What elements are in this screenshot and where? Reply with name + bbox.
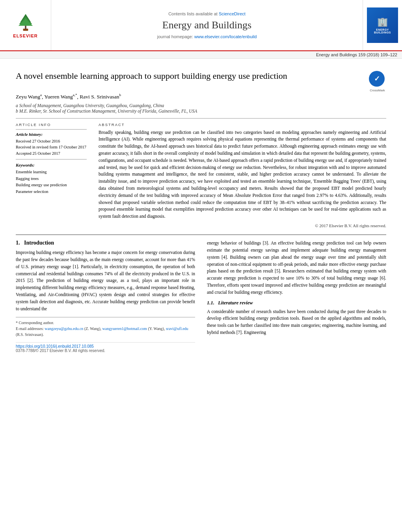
journal-logo: ENERGY BUILDINGS <box>363 0 402 50</box>
issn-line: 0378-7788/© 2017 Elsevier B.V. All right… <box>16 348 195 353</box>
article-history-content: Received 27 October 2016 Received in rev… <box>16 138 87 157</box>
article-info-label: ARTICLE INFO <box>16 122 87 127</box>
sciencedirect-link[interactable]: ScienceDirect <box>219 11 246 16</box>
email1-link[interactable]: wangzeyu@gzhu.edu.cn <box>45 326 83 331</box>
main-content: A novel ensemble learning approach to su… <box>0 59 402 361</box>
section1-number: 1. <box>16 240 20 246</box>
email2-name: (Y. Wang), <box>148 326 165 331</box>
email-addresses-line: E-mail addresses: wangzeyu@gzhu.edu.cn (… <box>16 326 195 337</box>
section1-title: Introduction <box>24 240 54 246</box>
subsection1-text: A considerable number of research studie… <box>207 308 386 336</box>
divider2 <box>16 159 87 159</box>
svg-text:✓: ✓ <box>374 75 380 83</box>
keywords-content: Ensemble learning Bagging trees Building… <box>16 169 87 195</box>
accepted-date: Accepted 25 October 2017 <box>16 150 87 157</box>
crossmark-badge[interactable]: ✓ CrossMark <box>368 70 386 88</box>
email-prefix: E-mail addresses: <box>16 326 45 331</box>
subsection1-title: Literature review <box>218 300 253 306</box>
journal-title: Energy and Buildings <box>162 19 251 31</box>
article-title: A novel ensemble learning approach to su… <box>16 70 363 82</box>
body-section: 1. Introduction Improving building energ… <box>16 234 386 353</box>
keyword1: Ensemble learning <box>16 169 87 176</box>
keyword3: Building energy use prediction <box>16 182 87 189</box>
elsevier-wordmark: ELSEVIER <box>13 33 37 38</box>
crossmark-icon: ✓ <box>368 70 385 87</box>
authors-line: Zeyu Wanga, Yueren Wanga,*, Ravi S. Srin… <box>16 93 386 100</box>
author3-name: Ravi S. Srinivasan <box>80 94 119 100</box>
corresponding-author-note: * Corresponding author. <box>16 320 195 326</box>
body-right-col: energy behavior of buildings [3]. An eff… <box>207 240 386 353</box>
citation-text: Energy and Buildings 159 (2018) 109–122 <box>316 52 397 57</box>
revised-date: Received in revised form 17 October 2017 <box>16 144 87 150</box>
divider1 <box>16 129 87 130</box>
elsevier-tree-icon <box>12 12 39 32</box>
section1-text-right: energy behavior of buildings [3]. An eff… <box>207 240 386 296</box>
sciencedirect-line: Contents lists available at ScienceDirec… <box>168 11 246 16</box>
affil-a: a School of Management, Guangzhou Univer… <box>16 103 386 108</box>
abstract-text: Broadly speaking, building energy use pr… <box>99 129 386 221</box>
doi-line: https://doi.org/10.1016/j.enbuild.2017.1… <box>16 344 195 348</box>
footnote-section: * Corresponding author. E-mail addresses… <box>16 317 195 337</box>
subsection1-number: 1.1. <box>207 300 214 306</box>
journal-logo-box: ENERGY BUILDINGS <box>367 7 398 43</box>
article-history-title: Article history: <box>16 132 87 137</box>
abstract-label: ABSTRACT <box>99 122 386 127</box>
page-footer: https://doi.org/10.1016/j.enbuild.2017.1… <box>16 342 195 353</box>
title-section: A novel ensemble learning approach to su… <box>16 70 386 88</box>
elsevier-logo-area: ELSEVIER <box>0 0 51 50</box>
body-two-col: 1. Introduction Improving building energ… <box>16 240 386 353</box>
affiliations: a School of Management, Guangzhou Univer… <box>16 103 386 113</box>
section1-text: Improving building energy efficiency has… <box>16 249 195 312</box>
author1-name: Zeyu Wang <box>16 94 40 100</box>
page: ELSEVIER Contents lists available at Sci… <box>0 0 402 532</box>
article-info-column: ARTICLE INFO Article history: Received 2… <box>16 122 87 228</box>
subsection1-heading: 1.1. Literature review <box>207 300 386 306</box>
crossmark-label: CrossMark <box>368 89 386 92</box>
email3-name: (R.S. Srinivasan). <box>16 332 44 337</box>
body-left-col: 1. Introduction Improving building energ… <box>16 240 195 353</box>
keyword4: Parameter selection <box>16 189 87 195</box>
homepage-url[interactable]: www.elsevier.com/locate/enbuild <box>194 34 257 39</box>
email1-name: (Z. Wang), <box>84 326 101 331</box>
doi-link[interactable]: https://doi.org/10.1016/j.enbuild.2017.1… <box>16 344 94 348</box>
author2-sup: a,* <box>73 93 77 97</box>
keywords-title: Keywords: <box>16 163 87 167</box>
email3-link[interactable]: sravi@ufl.edu <box>166 326 188 331</box>
journal-header-center: Contents lists available at ScienceDirec… <box>51 0 363 50</box>
affil-b: b M.E. Rinker, Sr. School of Constructio… <box>16 109 386 113</box>
keyword2: Bagging trees <box>16 176 87 182</box>
received-date: Received 27 October 2016 <box>16 138 87 145</box>
email2-link[interactable]: wangyueren1@hotmail.com <box>102 326 147 331</box>
homepage-line: journal homepage: www.elsevier.com/locat… <box>157 34 257 39</box>
copyright-line: © 2017 Elsevier B.V. All rights reserved… <box>99 223 386 228</box>
author3-sup: b <box>119 93 121 97</box>
author1-sup: a <box>40 93 42 97</box>
section1-heading: 1. Introduction <box>16 240 195 246</box>
citation-bar: Energy and Buildings 159 (2018) 109–122 <box>0 51 402 59</box>
author2-name: Yueren Wang <box>44 94 73 100</box>
abstract-column: ABSTRACT Broadly speaking, building ener… <box>99 122 386 228</box>
journal-header: ELSEVIER Contents lists available at Sci… <box>0 0 402 51</box>
article-info-abstract-section: ARTICLE INFO Article history: Received 2… <box>16 118 386 228</box>
